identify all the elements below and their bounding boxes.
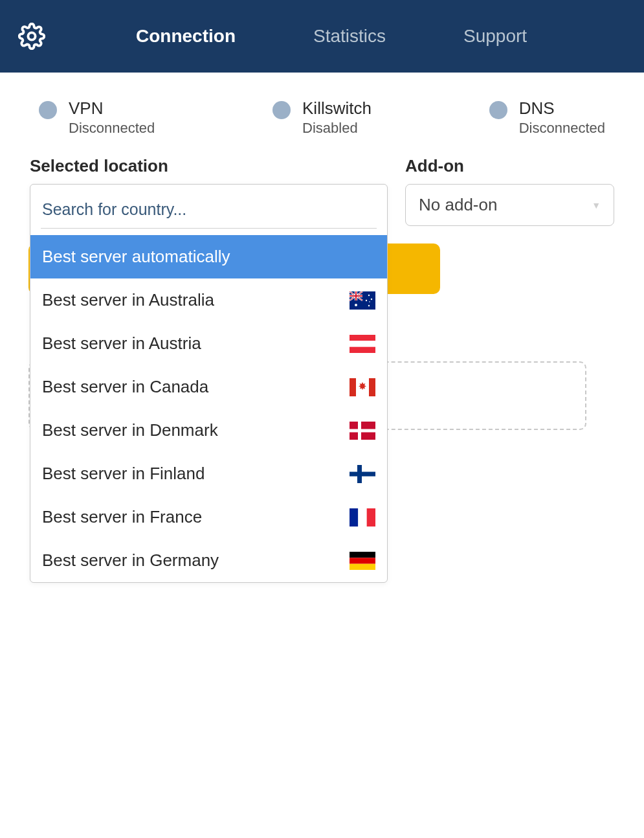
addon-label: Add-on — [405, 156, 614, 176]
location-option-list: Best server automaticallyBest server in … — [30, 235, 387, 582]
location-option-label: Best server automatically — [42, 247, 230, 267]
location-option[interactable]: Best server in Austria — [30, 322, 387, 365]
flag-icon — [350, 335, 375, 353]
status-killswitch-sub: Disabled — [302, 120, 372, 137]
status-dot-icon — [39, 101, 57, 119]
svg-rect-13 — [350, 378, 356, 396]
location-option-label: Best server in Denmark — [42, 420, 218, 440]
svg-rect-17 — [350, 429, 375, 432]
svg-point-5 — [371, 298, 372, 299]
svg-rect-24 — [350, 552, 375, 558]
svg-rect-22 — [358, 508, 366, 527]
app-header: Connection Statistics Support — [0, 0, 644, 73]
location-option-label: Best server in France — [42, 507, 202, 527]
header-tabs: Connection Statistics Support — [97, 26, 566, 47]
svg-point-3 — [355, 304, 357, 306]
svg-rect-10 — [350, 341, 375, 346]
location-option[interactable]: Best server in Finland — [30, 452, 387, 495]
location-dropdown[interactable]: Best server automaticallyBest server in … — [30, 184, 388, 583]
svg-rect-9 — [350, 335, 375, 341]
location-option[interactable]: Best server in Denmark — [30, 409, 387, 452]
tab-support[interactable]: Support — [425, 26, 566, 47]
svg-point-6 — [368, 304, 370, 306]
svg-rect-26 — [350, 563, 375, 569]
flag-icon — [350, 378, 375, 396]
location-option[interactable]: Best server in Canada — [30, 365, 387, 409]
svg-rect-23 — [367, 508, 375, 527]
status-dot-icon — [272, 101, 291, 119]
tab-connection[interactable]: Connection — [97, 26, 274, 47]
location-option[interactable]: Best server in Germany — [30, 539, 387, 582]
flag-icon — [350, 552, 375, 570]
svg-point-0 — [28, 32, 35, 40]
status-vpn: VPN Disconnected — [39, 98, 155, 137]
location-option[interactable]: Best server in Australia — [30, 278, 387, 322]
status-killswitch: Killswitch Disabled — [272, 98, 372, 137]
status-dns-title: DNS — [519, 98, 605, 119]
status-dns: DNS Disconnected — [489, 98, 605, 137]
status-killswitch-title: Killswitch — [302, 98, 372, 119]
flag-icon — [350, 422, 375, 440]
location-option-label: Best server in Germany — [42, 550, 219, 571]
svg-rect-21 — [350, 508, 358, 527]
svg-point-4 — [368, 294, 370, 295]
svg-rect-25 — [350, 558, 375, 563]
svg-rect-20 — [350, 471, 375, 476]
svg-point-8 — [369, 301, 370, 302]
location-option-label: Best server in Australia — [42, 290, 214, 310]
svg-rect-11 — [350, 346, 375, 352]
gear-icon[interactable] — [18, 23, 45, 50]
location-option[interactable]: Best server in France — [30, 495, 387, 539]
flag-icon — [350, 508, 375, 527]
status-vpn-title: VPN — [69, 98, 155, 119]
flag-icon — [350, 291, 375, 310]
flag-icon — [350, 465, 375, 483]
status-dot-icon — [489, 101, 507, 119]
location-label: Selected location — [30, 156, 386, 176]
location-option-label: Best server in Finland — [42, 464, 205, 484]
location-option[interactable]: Best server automatically — [30, 235, 387, 278]
tab-statistics[interactable]: Statistics — [274, 26, 425, 47]
search-input[interactable] — [41, 195, 377, 229]
chevron-down-icon: ▼ — [592, 200, 601, 210]
svg-rect-14 — [369, 378, 375, 396]
status-dns-sub: Disconnected — [519, 120, 605, 137]
svg-point-7 — [366, 299, 367, 300]
status-row: VPN Disconnected Killswitch Disabled DNS… — [0, 73, 644, 156]
status-vpn-sub: Disconnected — [69, 120, 155, 137]
location-option-label: Best server in Austria — [42, 334, 201, 354]
location-option-label: Best server in Canada — [42, 377, 208, 397]
